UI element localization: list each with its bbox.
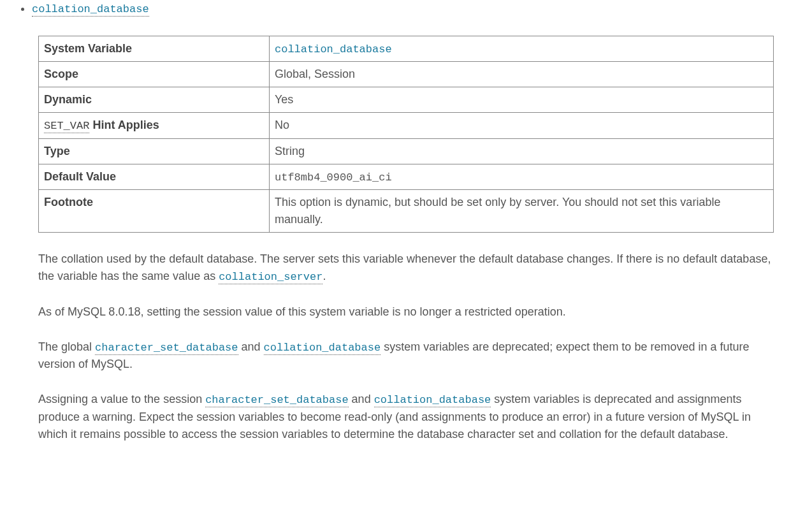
text-fragment: The global — [38, 340, 95, 353]
collation-db-link[interactable]: collation_database — [264, 340, 381, 353]
description-paragraph: The global character_set_database and co… — [38, 338, 774, 374]
doc-content: collation_database System Variable colla… — [0, 0, 812, 480]
table-row: Default Value utf8mb4_0900_ai_ci — [39, 164, 774, 190]
row-label: Type — [39, 138, 270, 164]
row-value: String — [270, 138, 774, 164]
row-value: utf8mb4_0900_ai_ci — [270, 164, 774, 190]
default-value-code: utf8mb4_0900_ai_ci — [275, 171, 392, 184]
table-row: Type String — [39, 138, 774, 164]
code-fragment: collation_database — [374, 394, 491, 407]
description-paragraph: Assigning a value to the session charact… — [38, 391, 774, 443]
system-variable-link[interactable]: collation_database — [275, 43, 392, 55]
table-row: Dynamic Yes — [39, 87, 774, 113]
text-fragment: and — [238, 340, 264, 353]
row-label: Dynamic — [39, 87, 270, 113]
charset-db-link[interactable]: character_set_database — [205, 393, 348, 405]
variable-properties-table: System Variable collation_database Scope… — [38, 36, 774, 233]
variable-link[interactable]: collation_database — [32, 2, 149, 15]
table-row: SET_VAR Hint Applies No — [39, 113, 774, 139]
row-value: No — [270, 113, 774, 139]
text-fragment: and — [349, 393, 374, 405]
setvar-code: SET_VAR — [44, 120, 89, 133]
text-fragment: Assigning a value to the session — [38, 393, 205, 405]
variable-link-label: collation_database — [32, 3, 149, 17]
row-value: Yes — [270, 87, 774, 113]
table-row: Scope Global, Session — [39, 62, 774, 87]
row-label: Scope — [39, 62, 270, 87]
description-paragraph: The collation used by the default databa… — [38, 251, 774, 286]
text-fragment: The collation used by the default databa… — [38, 252, 771, 282]
charset-db-link[interactable]: character_set_database — [95, 340, 238, 353]
row-label: Default Value — [39, 164, 270, 190]
text-fragment: . — [323, 270, 326, 282]
code-fragment: collation_database — [264, 342, 381, 355]
row-label: SET_VAR Hint Applies — [39, 113, 270, 139]
setvar-label-post: Hint Applies — [89, 119, 159, 131]
variable-bullet-item: collation_database — [32, 0, 774, 18]
row-value: Global, Session — [270, 62, 774, 87]
row-value: This option is dynamic, but should be se… — [270, 190, 774, 233]
code-fragment: character_set_database — [205, 394, 348, 407]
table-row: System Variable collation_database — [39, 36, 774, 62]
code-fragment: character_set_database — [95, 342, 238, 355]
variable-bullet-list: collation_database — [38, 0, 774, 18]
collation-server-link[interactable]: collation_server — [219, 270, 323, 282]
row-label: System Variable — [39, 36, 270, 62]
description-paragraph: As of MySQL 8.0.18, setting the session … — [38, 303, 774, 321]
row-value: collation_database — [270, 36, 774, 62]
table-row: Footnote This option is dynamic, but sho… — [39, 190, 774, 233]
code-fragment: collation_server — [219, 271, 323, 284]
collation-db-link[interactable]: collation_database — [374, 393, 491, 405]
row-label: Footnote — [39, 190, 270, 233]
